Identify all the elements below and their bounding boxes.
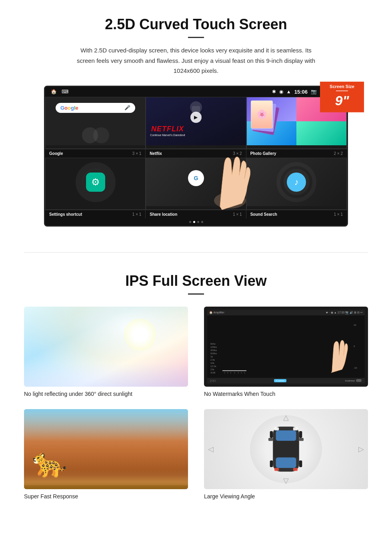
sound-app-size: 1 × 1 bbox=[334, 212, 343, 217]
amplifier-image: 🏠 Amplifier ■ ·· ◉ ▲ 17:33 📷 🔊 ⊠ ⊟ ↩ 60h… bbox=[204, 307, 368, 387]
amp-hand bbox=[324, 333, 348, 374]
settings-thumb: ⚙ bbox=[46, 158, 145, 206]
sun-glow bbox=[124, 319, 156, 351]
gallery-app-name: Photo Gallery bbox=[250, 151, 276, 156]
sound-app-name: Sound Search bbox=[250, 212, 277, 217]
dot-3 bbox=[197, 221, 199, 223]
svg-rect-13 bbox=[293, 468, 298, 471]
hand-pointing bbox=[200, 143, 252, 212]
svg-rect-11 bbox=[293, 427, 298, 430]
dot-1 bbox=[189, 221, 191, 223]
settings-icon-main: ⚙ bbox=[86, 173, 105, 192]
device-frame: 🏠 ⌨ ✱ ◉ ▲ 15:06 📷 🔊 ☒ ▭ bbox=[44, 86, 348, 227]
amp-loudness: loudness bbox=[345, 379, 362, 382]
section1-title: 2.5D Curved Touch Screen bbox=[24, 16, 368, 33]
share-map-bg: G G bbox=[146, 158, 246, 206]
wifi-icon: ▲ bbox=[286, 89, 291, 94]
svg-rect-5 bbox=[276, 430, 296, 441]
car-label: Large Viewing Angle bbox=[204, 493, 368, 500]
gallery-label: Photo Gallery 2 × 2 bbox=[246, 149, 347, 158]
netflix-thumb: ▶ NETFLIX Continue Marvel's Daredevil bbox=[146, 97, 246, 145]
status-left: 🏠 ⌨ bbox=[51, 89, 68, 94]
netflix-logo: NETFLIX bbox=[151, 125, 184, 133]
loudness-toggle[interactable] bbox=[356, 379, 362, 382]
loudness-label: loudness bbox=[345, 379, 355, 382]
scroll-dots bbox=[45, 219, 347, 225]
features-grid: No light reflecting under 360° direct su… bbox=[24, 307, 368, 500]
svg-rect-12 bbox=[274, 468, 279, 471]
amplifier-label: No Watermarks When Touch bbox=[204, 391, 368, 397]
amp-body: 60hz100hz200hz500hz1k2.5k10k12.5k15kSUB … bbox=[207, 315, 365, 378]
view-arrow-left: ◁ bbox=[208, 445, 214, 454]
car-top-svg bbox=[264, 419, 308, 479]
sound-app-cell[interactable]: ♪ bbox=[246, 158, 347, 210]
section-divider bbox=[24, 252, 368, 253]
cheetah-image: 🐆 bbox=[24, 409, 188, 489]
location-icon: ◉ bbox=[279, 89, 283, 94]
share-app-size: 1 × 1 bbox=[233, 212, 242, 217]
view-arrow-right: ▷ bbox=[358, 445, 364, 454]
cheetah-label: Super Fast Response bbox=[24, 493, 188, 500]
svg-rect-7 bbox=[276, 457, 296, 468]
netflix-app-name: Netflix bbox=[150, 151, 162, 156]
google-thumb: Google 🎤 bbox=[46, 97, 145, 145]
feature-car: ◁ ▷ △ ▽ Large Viewing Angle bbox=[204, 409, 368, 500]
google-search-bar[interactable]: Google 🎤 bbox=[56, 103, 135, 113]
svg-rect-14 bbox=[270, 431, 273, 438]
sunlight-label: No light reflecting under 360° direct su… bbox=[24, 391, 188, 397]
svg-rect-6 bbox=[274, 441, 298, 457]
view-arrow-bottom: ▽ bbox=[283, 476, 289, 485]
sound-thumb: ♪ bbox=[247, 158, 346, 206]
amp-sliders: 0 0 0 -3 bbox=[224, 371, 352, 374]
google-app-size: 3 × 1 bbox=[132, 151, 142, 156]
music-icon: ♪ bbox=[287, 173, 306, 192]
netflix-app-cell[interactable]: ▶ NETFLIX Continue Marvel's Daredevil bbox=[146, 97, 246, 149]
app-labels-row1: Google 3 × 1 Netflix 3 × 2 Photo Gallery… bbox=[45, 149, 347, 158]
settings-app-cell[interactable]: ⚙ bbox=[45, 158, 146, 210]
play-button[interactable]: ▶ bbox=[190, 112, 202, 123]
svg-text:G: G bbox=[194, 175, 198, 181]
google-app-cell[interactable]: Google 🎤 bbox=[45, 97, 146, 149]
share-app-cell[interactable]: G G bbox=[146, 158, 246, 210]
title-divider-2 bbox=[188, 293, 204, 295]
dot-4 bbox=[201, 221, 203, 223]
gallery-stack-cards: 🌸 bbox=[251, 100, 281, 136]
section2-title: IPS Full Screen View bbox=[24, 273, 368, 289]
section1-desc: With 2.5D curved-display screen, this de… bbox=[72, 45, 320, 76]
amp-db-scale: 100-10 bbox=[354, 319, 362, 374]
custom-button[interactable]: Custom bbox=[274, 379, 286, 382]
netflix-image-area: ▶ NETFLIX Continue Marvel's Daredevil bbox=[146, 97, 246, 145]
dot-2 bbox=[193, 221, 195, 223]
sound-bg: ♪ bbox=[247, 158, 346, 206]
screen-size-badge: Screen Size 9" bbox=[320, 82, 364, 112]
prev-icon: |◁◁ bbox=[210, 379, 215, 382]
view-arrow-top: △ bbox=[283, 413, 289, 422]
amp-header: 🏠 Amplifier ■ ·· ◉ ▲ 17:33 📷 🔊 ⊠ ⊟ ↩ bbox=[207, 310, 365, 315]
feature-cheetah: 🐆 Super Fast Response bbox=[24, 409, 188, 500]
car-image: ◁ ▷ △ ▽ bbox=[204, 409, 368, 489]
badge-divider bbox=[336, 90, 348, 91]
home-icon[interactable]: 🏠 bbox=[51, 89, 57, 94]
device-wrapper: Screen Size 9" 🏠 ⌨ ✱ ◉ ▲ 15:06 📷 🔊 ☒ bbox=[44, 86, 348, 227]
camera-icon: 📷 bbox=[311, 89, 317, 94]
share-thumb: G G bbox=[146, 158, 246, 206]
gallery-app-size: 2 × 2 bbox=[334, 151, 343, 156]
app-grid-row1: Google 🎤 bbox=[45, 97, 347, 149]
usb-icon: ⌨ bbox=[62, 89, 68, 94]
section-ips: IPS Full Screen View No light reflecting… bbox=[0, 265, 392, 516]
google-label: Google 3 × 1 bbox=[45, 149, 146, 158]
settings-label: Settings shortcut 1 × 1 bbox=[45, 210, 146, 219]
netflix-logo-area: NETFLIX Continue Marvel's Daredevil bbox=[150, 125, 185, 136]
amp-footer: |◁◁ Custom loudness bbox=[207, 378, 365, 383]
status-time: 15:06 bbox=[294, 89, 308, 95]
app-labels-row2: Settings shortcut 1 × 1 Share location 1… bbox=[45, 210, 347, 219]
svg-rect-9 bbox=[299, 438, 304, 441]
amp-home-icon: 🏠 Amplifier bbox=[209, 311, 224, 314]
share-app-name: Share location bbox=[150, 212, 177, 217]
car-oval bbox=[250, 415, 322, 483]
sunlight-image bbox=[24, 307, 188, 387]
svg-rect-10 bbox=[274, 427, 279, 430]
status-bar: 🏠 ⌨ ✱ ◉ ▲ 15:06 📷 🔊 ☒ ▭ bbox=[45, 87, 347, 97]
badge-size: 9" bbox=[335, 93, 349, 108]
feature-sunlight: No light reflecting under 360° direct su… bbox=[24, 307, 188, 397]
